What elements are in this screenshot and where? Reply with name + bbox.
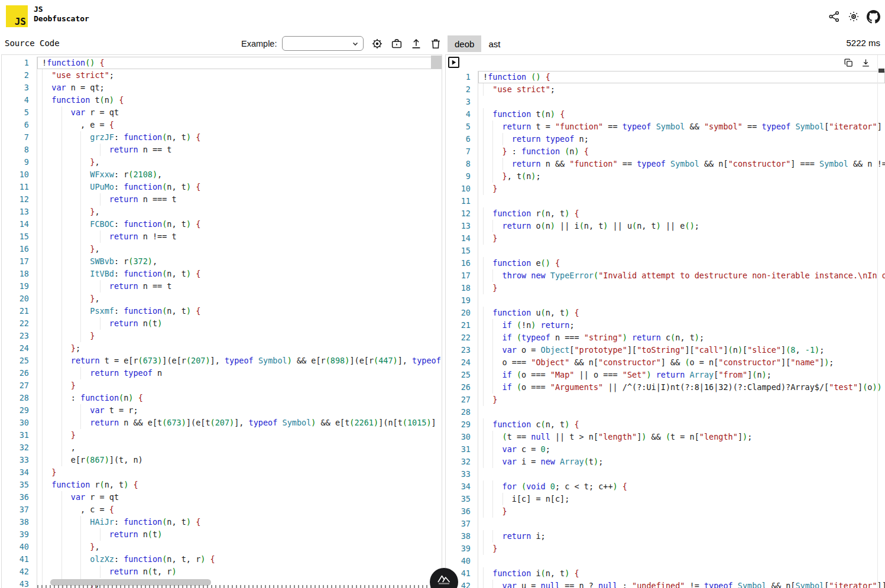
line-number: 14 xyxy=(446,232,478,245)
format-button[interactable] xyxy=(390,37,404,51)
code-line: 27 } xyxy=(2,379,442,392)
code-line: 20 function u(n, t) { xyxy=(446,307,885,319)
settings-button[interactable] xyxy=(370,37,384,51)
code-line: 23 } xyxy=(2,330,442,342)
code-line: 8 return n == t xyxy=(2,144,442,156)
code-line: 14 FCBOC: function(n, t) { xyxy=(2,218,442,230)
code-line: 26 return typeof n xyxy=(2,367,442,379)
line-number: 23 xyxy=(2,330,37,342)
line-number: 28 xyxy=(2,392,37,404)
code-line: 36 var r = qt xyxy=(2,491,442,503)
code-line: 29 var t = r; xyxy=(2,404,442,417)
source-vertical-scrollbar[interactable] xyxy=(431,56,442,69)
code-line: 40 }, xyxy=(2,541,442,553)
line-number: 43 xyxy=(2,578,37,588)
line-number: 2 xyxy=(446,83,478,96)
line-number: 36 xyxy=(2,491,37,503)
code-line: 11 xyxy=(446,195,885,207)
code-line: 7 grzJF: function(n, t) { xyxy=(2,131,442,144)
clipped-line-strip xyxy=(37,585,432,588)
code-line: 33 xyxy=(446,468,885,480)
github-button[interactable] xyxy=(866,9,880,24)
line-number: 19 xyxy=(2,280,37,293)
code-line: 42 var u = null == n ? null : "undefined… xyxy=(446,580,885,588)
code-line: 18 } xyxy=(446,282,885,294)
output-editor[interactable]: 1!function () {2 "use strict";34 functio… xyxy=(445,54,885,588)
line-number: 10 xyxy=(2,168,37,181)
code-line: 16 function e() { xyxy=(446,257,885,269)
line-number: 12 xyxy=(2,193,37,206)
output-actions xyxy=(843,57,871,68)
line-number: 9 xyxy=(2,156,37,168)
line-number: 36 xyxy=(446,505,478,518)
code-line: 32 , xyxy=(2,441,442,454)
line-number: 18 xyxy=(2,268,37,280)
line-number: 20 xyxy=(2,293,37,305)
line-number: 38 xyxy=(2,516,37,528)
code-line: 30 (t == null || t > n["length"]) && (t … xyxy=(446,431,885,443)
copy-icon xyxy=(844,58,854,68)
code-line: 3 var n = qt; xyxy=(2,82,442,94)
line-number: 5 xyxy=(446,121,478,133)
tab-deob[interactable]: deob xyxy=(448,35,481,52)
format-icon xyxy=(390,37,403,50)
download-button[interactable] xyxy=(860,57,871,68)
upload-icon xyxy=(410,37,423,50)
code-line: 20 }, xyxy=(2,293,442,305)
tab-ast[interactable]: ast xyxy=(481,35,507,52)
line-number: 17 xyxy=(2,255,37,268)
code-line: 31 var c = 0; xyxy=(446,443,885,456)
code-line: 40 xyxy=(446,555,885,567)
line-number: 1 xyxy=(2,57,37,69)
theme-toggle-button[interactable] xyxy=(847,9,861,24)
line-number: 34 xyxy=(446,480,478,493)
line-number: 39 xyxy=(2,528,37,541)
share-button[interactable] xyxy=(827,9,841,24)
code-line: 2 "use strict"; xyxy=(446,83,885,96)
code-line: 25 if (o === "Map" || o === "Set") retur… xyxy=(446,369,885,381)
code-line: 9 }, xyxy=(2,156,442,168)
header-actions xyxy=(827,9,880,24)
line-number: 30 xyxy=(446,431,478,443)
line-number: 40 xyxy=(446,555,478,567)
source-code-label: Source Code xyxy=(5,38,60,48)
line-number: 21 xyxy=(446,319,478,332)
editor-toolbar xyxy=(370,37,443,51)
line-number: 16 xyxy=(446,257,478,269)
line-number: 5 xyxy=(2,106,37,119)
run-button[interactable] xyxy=(448,57,459,68)
line-number: 34 xyxy=(2,466,37,479)
clear-button[interactable] xyxy=(429,37,443,51)
code-line: 5 var r = qt xyxy=(2,106,442,119)
line-number: 32 xyxy=(446,456,478,468)
line-number: 18 xyxy=(446,282,478,294)
copy-button[interactable] xyxy=(843,57,854,68)
code-line: 7 } : function (n) { xyxy=(446,145,885,158)
line-number: 25 xyxy=(2,355,37,367)
code-line: 22 return n(t) xyxy=(2,317,442,330)
line-number: 37 xyxy=(2,503,37,516)
code-lines: 1!function() {2 "use strict";3 var n = q… xyxy=(2,55,442,588)
line-number: 24 xyxy=(2,342,37,355)
line-number: 22 xyxy=(2,317,37,330)
example-select[interactable] xyxy=(282,36,364,51)
output-scrollbar-track[interactable] xyxy=(877,55,885,588)
line-number: 4 xyxy=(446,108,478,121)
upload-button[interactable] xyxy=(409,37,423,51)
line-number: 24 xyxy=(446,356,478,369)
source-editor[interactable]: 1!function() {2 "use strict";3 var n = q… xyxy=(1,54,442,588)
line-number: 13 xyxy=(2,206,37,218)
code-line: 17 throw new TypeError("Invalid attempt … xyxy=(446,269,885,282)
code-line: 12 return n === t xyxy=(2,193,442,206)
output-scrollbar-thumb[interactable] xyxy=(878,69,884,73)
line-number: 29 xyxy=(446,418,478,431)
chevron-down-icon xyxy=(352,40,359,47)
line-number: 3 xyxy=(446,96,478,108)
code-line: 37 xyxy=(446,518,885,530)
line-number: 7 xyxy=(2,131,37,144)
line-number: 41 xyxy=(2,553,37,566)
code-line: 11 UPuMo: function(n, t) { xyxy=(2,181,442,193)
mountains-icon xyxy=(436,573,452,588)
code-line: 32 var i = new Array(t); xyxy=(446,456,885,468)
line-number: 31 xyxy=(446,443,478,456)
